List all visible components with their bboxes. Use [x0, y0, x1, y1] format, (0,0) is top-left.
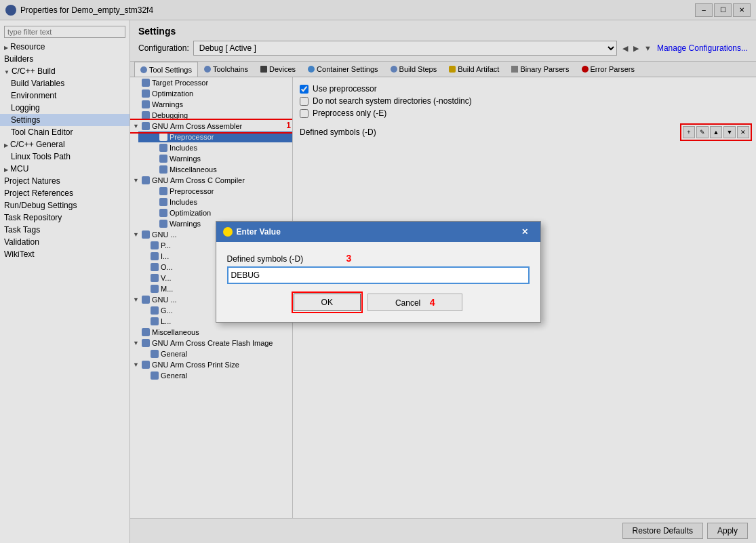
dialog-buttons: OK Cancel 4 — [227, 294, 530, 311]
dialog-field-label: Defined symbols (-D) 3 — [227, 253, 530, 264]
dialog-icon — [223, 227, 233, 237]
dialog-body: Defined symbols (-D) 3 OK Cancel 4 — [216, 242, 540, 322]
dialog-overlay: Enter Value ✕ Defined symbols (-D) 3 OK … — [0, 0, 756, 543]
annotation-3: 3 — [346, 253, 352, 264]
annotation-4: 4 — [430, 297, 435, 308]
dialog-title-text: Enter Value — [237, 227, 281, 237]
dialog-ok-button[interactable]: OK — [294, 294, 361, 311]
dialog-input[interactable] — [227, 266, 530, 284]
dialog-title-bar: Enter Value ✕ — [216, 222, 540, 242]
dialog-cancel-button[interactable]: Cancel 4 — [367, 294, 463, 311]
dialog-close-button[interactable]: ✕ — [516, 225, 534, 239]
enter-value-dialog: Enter Value ✕ Defined symbols (-D) 3 OK … — [216, 221, 541, 323]
